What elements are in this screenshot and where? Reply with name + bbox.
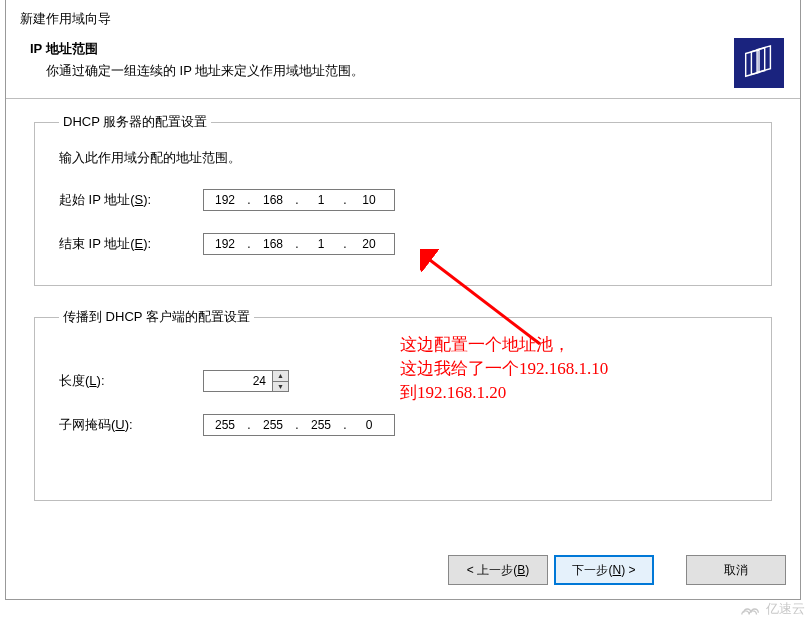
length-spinner-up[interactable]: ▲ bbox=[273, 371, 288, 382]
annotation-text: 这边配置一个地址池， 这边我给了一个192.168.1.10 到192.168.… bbox=[400, 333, 608, 405]
end-ip-label: 结束 IP 地址(E): bbox=[59, 235, 203, 253]
page-description: 你通过确定一组连续的 IP 地址来定义作用域地址范围。 bbox=[46, 62, 786, 80]
watermark: 亿速云 bbox=[740, 600, 805, 618]
start-ip-input[interactable]: 192. 168. 1. 10 bbox=[203, 189, 395, 211]
length-input[interactable]: 24 ▲ ▼ bbox=[203, 370, 289, 392]
page-heading: IP 地址范围 bbox=[30, 40, 786, 58]
end-ip-input[interactable]: 192. 168. 1. 20 bbox=[203, 233, 395, 255]
window-title: 新建作用域向导 bbox=[20, 10, 786, 28]
length-label: 长度(L): bbox=[59, 372, 203, 390]
back-button[interactable]: < 上一步(B) bbox=[448, 555, 548, 585]
mask-label: 子网掩码(U): bbox=[59, 416, 203, 434]
range-hint: 输入此作用域分配的地址范围。 bbox=[59, 149, 747, 167]
next-button[interactable]: 下一步(N) > bbox=[554, 555, 654, 585]
mask-input[interactable]: 255. 255. 255. 0 bbox=[203, 414, 395, 436]
server-config-group: DHCP 服务器的配置设置 输入此作用域分配的地址范围。 起始 IP 地址(S)… bbox=[34, 113, 772, 286]
length-spinner-down[interactable]: ▼ bbox=[273, 382, 288, 392]
client-config-legend: 传播到 DHCP 客户端的配置设置 bbox=[59, 308, 254, 326]
scope-wizard-icon bbox=[734, 38, 784, 88]
cancel-button[interactable]: 取消 bbox=[686, 555, 786, 585]
start-ip-label: 起始 IP 地址(S): bbox=[59, 191, 203, 209]
server-config-legend: DHCP 服务器的配置设置 bbox=[59, 113, 211, 131]
